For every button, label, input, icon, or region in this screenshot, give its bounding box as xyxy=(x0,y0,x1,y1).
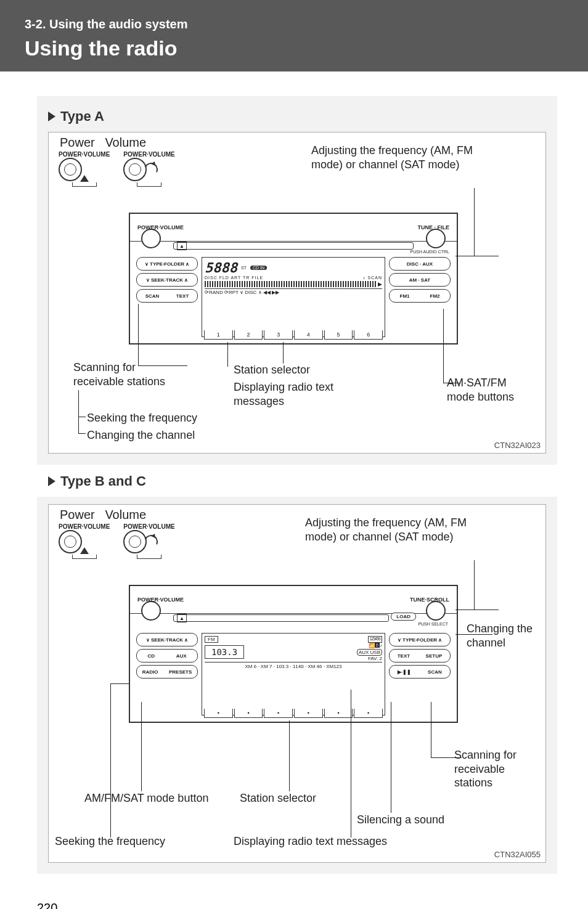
panel-area-bc: ∨ SEEK·TRACK ∧ CDAUX RADIOPRESETS FM xyxy=(136,633,451,715)
left-buttons-bc: ∨ SEEK·TRACK ∧ CDAUX RADIOPRESETS xyxy=(136,633,198,715)
disp-lower-bc: XM 6 · XM 7 · 103.3 · 1140 · XM 46 · XM1… xyxy=(205,662,382,669)
pv-power-item-bc: POWER·VOLUME xyxy=(59,523,110,559)
disp-cdin: CD IN xyxy=(250,266,267,270)
leader-line xyxy=(455,634,492,635)
triangle-icon xyxy=(48,476,55,486)
left-knob-label: POWER·VOLUME xyxy=(137,224,184,230)
label-amsatfm: AM·SAT/FM mode buttons xyxy=(447,376,527,404)
disp-icons: 📶🅱♪ xyxy=(357,643,382,649)
label-volume: Volume xyxy=(105,136,146,149)
arrow-up-icon xyxy=(80,547,89,554)
right-knob-label-bc: TUNE·SCROLL xyxy=(410,597,449,603)
label-station-selector-bc: Station selector xyxy=(240,791,316,805)
preset-5[interactable]: 5 xyxy=(324,330,353,340)
tune-scroll-knob[interactable] xyxy=(426,601,446,621)
preset-4[interactable]: 4 xyxy=(294,330,323,340)
leader-line xyxy=(289,720,290,791)
ref-code-bc: CTN32AI055 xyxy=(494,850,541,859)
disp-freq: 5888 xyxy=(205,260,237,275)
type-a-label: Type A xyxy=(48,108,546,124)
preset-row-bc: • • • • • • xyxy=(204,709,383,718)
knob-icon2 xyxy=(123,530,147,553)
preset-bc-3[interactable]: • xyxy=(264,709,293,718)
type-folder-button-bc[interactable]: ∨ TYPE·FOLDER ∧ xyxy=(389,633,451,646)
leader-line xyxy=(283,342,284,364)
section-title: Using the radio xyxy=(25,36,563,60)
radio-unit-a: POWER·VOLUME TUNE · FILE PUSH AUDIO CTRL… xyxy=(129,213,458,344)
label-displaying-bc: Displaying radio text messages xyxy=(234,834,387,849)
type-bc-text: Type B and C xyxy=(60,473,146,489)
cd-aux-button[interactable]: CDAUX xyxy=(136,649,198,662)
pv-volume-item-bc: POWER·VOLUME xyxy=(123,523,174,559)
preset-row-a: 1 2 3 4 5 6 xyxy=(204,330,383,340)
preset-bc-2[interactable]: • xyxy=(234,709,263,718)
radio-presets-button[interactable]: RADIOPRESETS xyxy=(136,665,198,679)
type-bc-label: Type B and C xyxy=(48,473,557,489)
leader-line xyxy=(78,433,86,434)
section-number: 3-2. Using the audio system xyxy=(25,17,563,31)
leader-line xyxy=(474,560,475,609)
scan-text-button[interactable]: SCANTEXT xyxy=(136,289,198,303)
leader-line xyxy=(391,702,391,813)
type-a-text: Type A xyxy=(60,108,104,124)
disc-aux-button[interactable]: DISC · AUX xyxy=(389,257,451,271)
pv-diagram-bc: POWER·VOLUME POWER·VOLUME xyxy=(59,523,175,559)
radio-top-a: POWER·VOLUME TUNE · FILE xyxy=(130,214,457,242)
left-buttons-a: ∨ TYPE·FOLDER ∧ ∨ SEEK·TRACK ∧ SCANTEXT xyxy=(136,257,198,337)
label-adjusting-a: Adjusting the frequency (AM, FM mode) or… xyxy=(311,144,496,171)
label-scanning-a: Scanning for receivable stations xyxy=(73,361,165,388)
leader-line xyxy=(141,702,142,791)
leader-line xyxy=(455,256,499,256)
disp-row: DISC FLD ART TR FILE xyxy=(205,275,263,280)
left-knob-label-bc: POWER·VOLUME xyxy=(137,597,184,603)
label-adjusting-bc: Adjusting the frequency (AM, FM mode) or… xyxy=(305,516,490,544)
am-sat-button[interactable]: AM · SAT xyxy=(389,273,451,287)
leader-line xyxy=(110,683,111,838)
push-audio-ctrl: PUSH AUDIO CTRL xyxy=(410,250,449,254)
text-setup-button[interactable]: TEXTSETUP xyxy=(389,649,451,662)
leader-line xyxy=(138,304,139,365)
disc-slot-bc[interactable] xyxy=(173,614,389,622)
type-folder-button[interactable]: ∨ TYPE·FOLDER ∧ xyxy=(136,257,198,271)
knob-icon xyxy=(59,530,82,553)
preset-bc-5[interactable]: • xyxy=(324,709,353,718)
preset-2[interactable]: 2 xyxy=(234,330,263,340)
right-buttons-a: DISC · AUX AM · SAT FM1FM2 xyxy=(389,257,451,337)
preset-3[interactable]: 3 xyxy=(264,330,293,340)
pv-volume-item: POWER·VOLUME xyxy=(123,151,174,187)
seek-track-button[interactable]: ∨ SEEK·TRACK ∧ xyxy=(136,273,198,287)
power-volume-knob-bc[interactable] xyxy=(141,601,161,621)
preset-bc-4[interactable]: • xyxy=(294,709,323,718)
leader-line xyxy=(443,309,444,383)
preset-bc-1[interactable]: • xyxy=(204,709,233,718)
play-scan-button[interactable]: ▶·❚❚SCAN xyxy=(389,665,451,679)
disp-fav: FAV: 2 xyxy=(357,656,382,662)
disp-st: ST xyxy=(241,266,247,270)
pv-label-bc: POWER·VOLUME xyxy=(59,523,110,530)
leader-line xyxy=(443,383,460,383)
tune-file-knob[interactable] xyxy=(426,229,446,248)
label-silencing: Silencing a sound xyxy=(357,813,444,827)
label-displaying-a: Displaying radio text messages xyxy=(234,380,375,408)
leader-line xyxy=(455,609,499,610)
leader-line xyxy=(110,683,129,684)
pv-diagram-a: POWER·VOLUME POWER·VOLUME xyxy=(59,151,175,187)
label-power-bc: Power xyxy=(60,508,95,521)
figure-type-bc: Power Volume POWER·VOLUME POWER·VOLUME xyxy=(48,504,546,863)
panel-area-a: ∨ TYPE·FOLDER ∧ ∨ SEEK·TRACK ∧ SCANTEXT … xyxy=(136,257,451,337)
preset-bc-6[interactable]: • xyxy=(354,709,383,718)
seek-track-button-bc[interactable]: ∨ SEEK·TRACK ∧ xyxy=(136,633,198,646)
preset-1[interactable]: 1 xyxy=(204,330,233,340)
label-changing-bc: Changing the channel xyxy=(467,622,541,650)
disc-slot[interactable] xyxy=(173,242,414,250)
disp-scan: ♪ SCAN xyxy=(363,275,382,280)
eject-button-bc[interactable]: ▲ xyxy=(177,614,187,622)
fm1-fm2-button[interactable]: FM1FM2 xyxy=(389,289,451,303)
leader-line xyxy=(227,342,228,367)
leader-line xyxy=(474,188,475,256)
load-button[interactable]: LOAD xyxy=(391,613,416,621)
preset-6[interactable]: 6 xyxy=(354,330,383,340)
eject-button[interactable]: ▲ xyxy=(177,242,187,250)
pv-label2-bc: POWER·VOLUME xyxy=(123,523,174,530)
power-volume-knob[interactable] xyxy=(141,229,161,248)
